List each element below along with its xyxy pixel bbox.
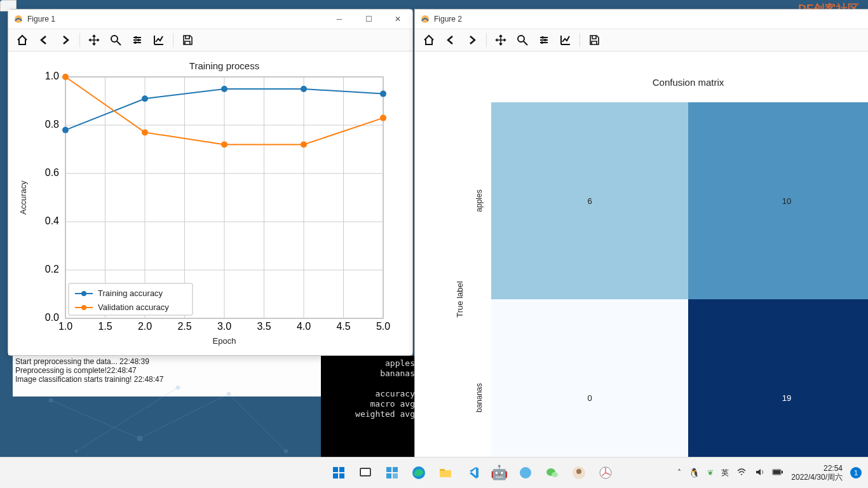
app-icon <box>420 14 430 24</box>
heatmap-value: 10 <box>782 196 791 206</box>
legend-entry: Validation accuracy <box>98 302 169 312</box>
configure-icon[interactable] <box>536 32 552 48</box>
forward-icon[interactable] <box>465 32 480 48</box>
svg-line-3 <box>76 388 178 451</box>
file-explorer-icon[interactable] <box>434 461 457 484</box>
qq-icon[interactable]: 🐧 <box>689 468 700 478</box>
heatmap-value: 19 <box>782 393 791 403</box>
svg-rect-67 <box>393 473 398 478</box>
heatmap-cell <box>688 299 868 458</box>
data-point <box>380 91 386 97</box>
zoom-icon[interactable] <box>515 32 530 48</box>
edit-axes-icon[interactable] <box>558 32 573 48</box>
data-point <box>62 127 69 133</box>
back-icon[interactable] <box>443 32 458 48</box>
svg-rect-77 <box>782 471 783 473</box>
save-icon[interactable] <box>180 32 195 48</box>
zoom-icon[interactable] <box>108 32 123 48</box>
svg-point-55 <box>544 39 546 41</box>
svg-text:1.0: 1.0 <box>45 71 59 81</box>
close-button[interactable]: ✕ <box>383 10 412 29</box>
svg-rect-64 <box>386 467 391 472</box>
decorative-network <box>13 356 413 458</box>
pan-icon[interactable] <box>493 32 508 48</box>
figure1-toolbar <box>8 29 412 51</box>
battery-icon[interactable] <box>772 468 783 478</box>
data-point <box>142 129 148 135</box>
start-button[interactable] <box>327 461 350 484</box>
back-icon[interactable] <box>36 32 51 48</box>
heatmap-value: 6 <box>587 196 592 206</box>
chart-title: Confusion matrix <box>653 77 724 88</box>
taskbar[interactable]: 🤖 ˄ 🐧 ❦ 英 22:54 2022/4/30/周六 1 <box>0 457 868 488</box>
y-axis-label: True label <box>455 281 465 317</box>
svg-text:1.0: 1.0 <box>58 321 72 332</box>
data-point <box>221 141 227 147</box>
data-point <box>301 86 307 92</box>
figure1-window: Figure 1 ─ ☐ ✕ Training process1.01.52.0… <box>8 9 413 356</box>
data-point <box>62 74 69 80</box>
heatmap-value: 0 <box>587 393 592 403</box>
ime-indicator[interactable]: 英 <box>721 468 729 478</box>
svg-rect-78 <box>773 470 780 474</box>
heatmap-cell <box>688 102 868 299</box>
vscode-icon[interactable] <box>461 461 484 484</box>
forward-icon[interactable] <box>58 32 73 48</box>
svg-point-56 <box>541 41 543 44</box>
svg-point-50 <box>81 305 86 310</box>
svg-text:0.8: 0.8 <box>45 119 59 130</box>
svg-text:1.5: 1.5 <box>98 321 112 332</box>
svg-point-11 <box>111 36 118 42</box>
x-axis-label: Epoch <box>213 336 236 346</box>
figure2-titlebar[interactable]: Figure 2 <box>415 10 868 29</box>
chart-title: Training process <box>189 60 259 71</box>
svg-rect-58 <box>339 467 344 472</box>
notification-badge[interactable]: 1 <box>850 467 862 478</box>
svg-line-53 <box>524 41 527 45</box>
widgets-icon[interactable] <box>381 461 403 484</box>
svg-rect-69 <box>440 469 445 471</box>
task-view-icon[interactable] <box>354 461 377 484</box>
row-label: bananas <box>475 383 484 412</box>
chevron-up-icon[interactable]: ˄ <box>677 468 681 477</box>
home-icon[interactable] <box>421 32 437 48</box>
edit-axes-icon[interactable] <box>151 32 166 48</box>
configure-icon[interactable] <box>130 32 145 48</box>
svg-rect-60 <box>339 473 344 478</box>
maximize-button[interactable]: ☐ <box>354 10 383 29</box>
wechat-icon[interactable] <box>541 461 564 484</box>
pan-icon[interactable] <box>86 32 102 48</box>
svg-line-1 <box>140 394 229 438</box>
svg-text:2.0: 2.0 <box>138 321 152 332</box>
minimize-button[interactable]: ─ <box>325 10 354 29</box>
figure2-title: Figure 2 <box>434 15 462 24</box>
wifi-icon[interactable] <box>736 467 747 479</box>
svg-text:4.0: 4.0 <box>297 321 311 332</box>
svg-line-12 <box>117 41 121 45</box>
save-icon[interactable] <box>587 32 602 48</box>
svg-rect-59 <box>333 473 338 478</box>
svg-text:0.4: 0.4 <box>45 215 59 226</box>
heatmap-cell <box>491 299 688 458</box>
robot-app-icon[interactable]: 🤖 <box>487 461 510 484</box>
svg-point-6 <box>227 392 231 396</box>
sound-icon[interactable] <box>754 467 764 479</box>
svg-line-0 <box>51 400 140 438</box>
figure1-titlebar[interactable]: Figure 1 ─ ☐ ✕ <box>8 10 412 29</box>
home-icon[interactable] <box>15 32 30 48</box>
figure1-chart: Training process1.01.52.02.53.03.54.04.5… <box>8 51 412 355</box>
svg-point-14 <box>137 39 140 41</box>
svg-point-74 <box>576 469 581 474</box>
globe-app-icon[interactable] <box>514 461 537 484</box>
edge-icon[interactable] <box>407 461 430 484</box>
svg-point-8 <box>176 386 180 390</box>
svg-point-72 <box>552 472 558 477</box>
y-axis-label: Accuracy <box>18 180 28 215</box>
data-point <box>380 115 386 121</box>
svg-text:2.5: 2.5 <box>177 321 191 332</box>
avatar-app-icon[interactable] <box>567 461 590 484</box>
matplotlib-app-icon[interactable] <box>594 461 617 484</box>
system-tray[interactable]: ˄ 🐧 ❦ 英 22:54 2022/4/30/周六 1 <box>671 464 868 482</box>
taskbar-clock[interactable]: 22:54 2022/4/30/周六 <box>791 464 843 482</box>
leaf-icon[interactable]: ❦ <box>707 468 714 477</box>
